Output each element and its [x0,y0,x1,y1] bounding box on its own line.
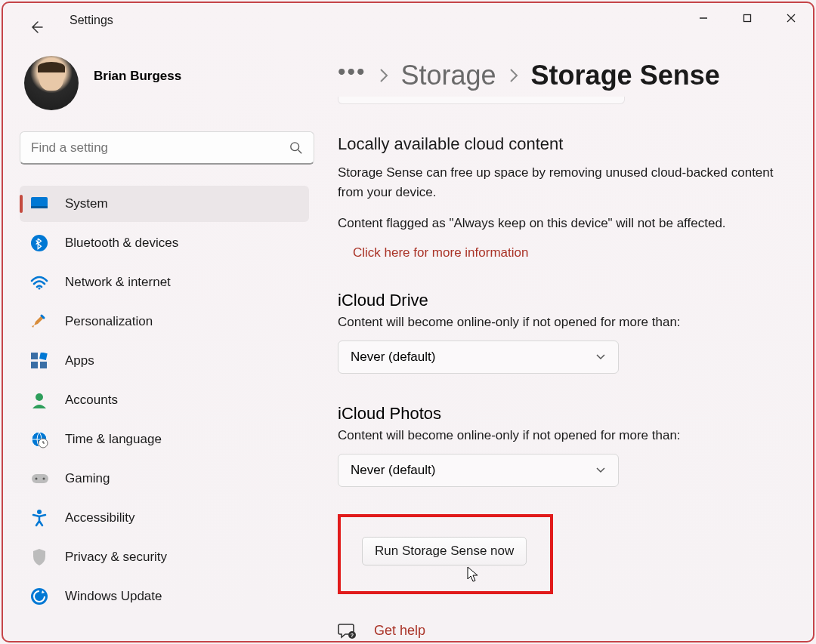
svg-rect-18 [32,474,48,483]
cloud-heading: Locally available cloud content [338,134,795,154]
chevron-right-icon [508,67,519,84]
dropdown-value: Never (default) [351,463,435,478]
nav-list: System Bluetooth & devices Network & int… [20,186,309,615]
nav-label: Network & internet [65,275,171,290]
back-arrow-icon [29,20,44,35]
profile-block[interactable]: Brian Burgess [24,56,309,110]
nav-item-accessibility[interactable]: Accessibility [20,500,309,536]
wifi-icon [30,273,48,291]
nav-item-network[interactable]: Network & internet [20,264,309,300]
icloud-drive-desc: Content will become online-only if not o… [338,315,795,330]
icloud-photos-heading: iCloud Photos [338,404,795,424]
search-input[interactable] [31,140,289,156]
globe-clock-icon [30,430,48,448]
svg-rect-11 [39,353,48,360]
svg-rect-13 [40,362,47,368]
svg-point-21 [37,510,42,514]
svg-point-14 [36,393,43,401]
system-icon [30,195,48,213]
cursor-icon [466,565,480,584]
paintbrush-icon [30,313,48,331]
nav-item-time-language[interactable]: Time & language [20,421,309,458]
svg-point-9 [39,288,41,290]
cloud-desc-2: Content flagged as "Always keep on this … [338,214,776,233]
nav-item-bluetooth[interactable]: Bluetooth & devices [20,225,309,261]
run-storage-sense-button[interactable]: Run Storage Sense now [362,537,527,565]
nav-label: Windows Update [65,589,162,604]
svg-point-4 [291,142,299,150]
sidebar: Brian Burgess System Bluetooth & devices… [3,41,317,641]
breadcrumb-ellipsis[interactable]: ••• [338,68,366,75]
nav-label: Privacy & security [65,550,167,565]
nav-item-system[interactable]: System [20,186,309,222]
gamepad-icon [30,470,48,488]
icloud-photos-desc: Content will become online-only if not o… [338,428,795,443]
search-icon [289,141,303,155]
svg-text:?: ? [351,633,354,638]
nav-item-windows-update[interactable]: Windows Update [20,578,309,615]
bluetooth-icon [30,234,48,252]
titlebar: Settings [3,3,813,41]
breadcrumb-current: Storage Sense [531,60,720,91]
accessibility-icon [30,509,48,527]
minimize-icon [699,14,708,23]
svg-rect-10 [31,353,38,359]
nav-label: Accounts [65,393,118,408]
nav-label: Apps [65,353,94,368]
nav-item-accounts[interactable]: Accounts [20,382,309,418]
nav-item-privacy[interactable]: Privacy & security [20,539,309,575]
nav-label: Gaming [65,471,110,486]
main-panel: ••• Storage Storage Sense Locally availa… [317,41,813,641]
nav-label: System [65,196,108,211]
help-chat-icon: ? [338,621,357,641]
breadcrumb: ••• Storage Storage Sense [338,54,795,97]
icloud-photos-dropdown[interactable]: Never (default) [338,454,619,487]
nav-label: Time & language [65,432,162,447]
svg-rect-12 [31,362,38,368]
breadcrumb-storage[interactable]: Storage [401,60,496,91]
chevron-down-icon [595,467,606,474]
profile-name: Brian Burgess [94,69,181,84]
person-icon [30,391,48,409]
search-box[interactable] [20,131,314,165]
chevron-down-icon [595,353,606,361]
svg-rect-7 [31,206,48,208]
shield-icon [30,548,48,566]
settings-window: Settings Brian Burgess System [2,2,814,642]
avatar [24,56,79,110]
window-controls [682,3,813,33]
update-icon [30,587,48,605]
chevron-right-icon [379,67,389,84]
nav-item-apps[interactable]: Apps [20,343,309,379]
svg-line-5 [298,149,302,153]
maximize-icon [743,14,752,23]
close-icon [786,13,796,23]
svg-point-20 [43,478,45,480]
content-area: Brian Burgess System Bluetooth & devices… [3,41,813,641]
apps-icon [30,352,48,370]
app-title: Settings [70,14,113,27]
nav-label: Accessibility [65,510,135,525]
icloud-drive-heading: iCloud Drive [338,291,795,310]
highlight-box: Run Storage Sense now [338,514,553,594]
icloud-drive-dropdown[interactable]: Never (default) [338,340,619,374]
cloud-desc-1: Storage Sense can free up space by remov… [338,163,776,202]
help-row: ? Get help [338,621,795,641]
nav-item-gaming[interactable]: Gaming [20,461,309,497]
svg-point-19 [36,478,38,480]
nav-label: Personalization [65,314,153,329]
divider [338,97,625,104]
maximize-button[interactable] [725,3,769,33]
svg-rect-1 [744,15,751,22]
minimize-button[interactable] [682,3,725,33]
close-button[interactable] [769,3,813,33]
back-button[interactable] [21,12,51,42]
get-help-link[interactable]: Get help [374,623,425,639]
dropdown-value: Never (default) [351,350,435,365]
nav-label: Bluetooth & devices [65,236,178,251]
more-info-link[interactable]: Click here for more information [353,245,528,260]
nav-item-personalization[interactable]: Personalization [20,304,309,340]
